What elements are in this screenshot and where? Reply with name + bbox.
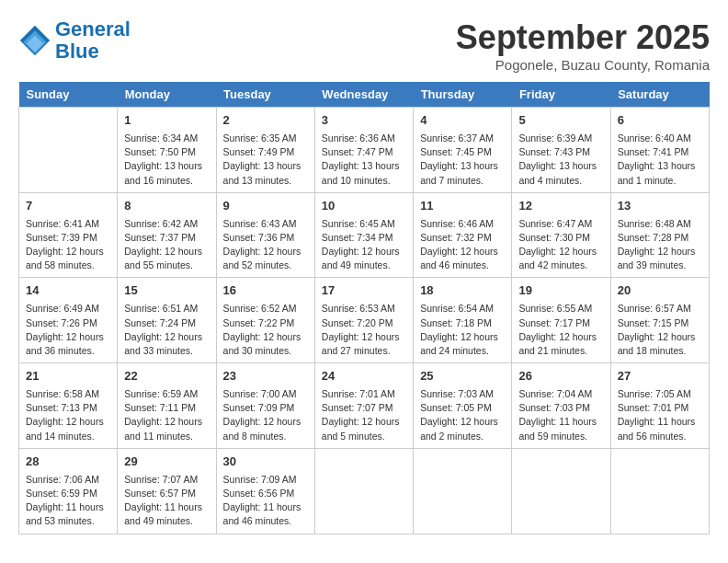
day-cell: 9Sunrise: 6:43 AM Sunset: 7:36 PM Daylig… (216, 192, 314, 278)
day-number: 29 (124, 454, 209, 471)
day-info: Sunrise: 6:59 AM Sunset: 7:11 PM Dayligh… (124, 387, 209, 443)
day-number: 6 (618, 112, 702, 130)
day-info: Sunrise: 7:07 AM Sunset: 6:57 PM Dayligh… (124, 473, 209, 529)
day-number: 20 (618, 282, 702, 300)
day-number: 18 (420, 282, 505, 300)
day-info: Sunrise: 6:42 AM Sunset: 7:37 PM Dayligh… (124, 217, 209, 273)
day-info: Sunrise: 6:57 AM Sunset: 7:15 PM Dayligh… (618, 302, 702, 358)
day-info: Sunrise: 6:41 AM Sunset: 7:39 PM Dayligh… (26, 217, 110, 273)
day-cell: 3Sunrise: 6:36 AM Sunset: 7:47 PM Daylig… (314, 108, 413, 193)
day-info: Sunrise: 6:49 AM Sunset: 7:26 PM Dayligh… (26, 302, 110, 358)
day-info: Sunrise: 7:06 AM Sunset: 6:59 PM Dayligh… (26, 473, 110, 529)
title-block: September 2025 Pogonele, Buzau County, R… (456, 18, 710, 73)
day-cell: 22Sunrise: 6:59 AM Sunset: 7:11 PM Dayli… (118, 363, 216, 449)
day-cell: 21Sunrise: 6:58 AM Sunset: 7:13 PM Dayli… (19, 363, 118, 449)
day-cell: 30Sunrise: 7:09 AM Sunset: 6:56 PM Dayli… (216, 448, 314, 534)
day-number: 7 (26, 198, 110, 215)
day-number: 8 (124, 198, 209, 215)
day-info: Sunrise: 7:04 AM Sunset: 7:03 PM Dayligh… (518, 387, 603, 443)
day-info: Sunrise: 6:43 AM Sunset: 7:36 PM Dayligh… (223, 217, 308, 273)
day-cell: 16Sunrise: 6:52 AM Sunset: 7:22 PM Dayli… (216, 278, 314, 363)
day-number: 3 (322, 112, 406, 130)
day-cell: 24Sunrise: 7:01 AM Sunset: 7:07 PM Dayli… (314, 363, 413, 449)
day-cell: 2Sunrise: 6:35 AM Sunset: 7:49 PM Daylig… (216, 108, 314, 193)
logo-line2: Blue (55, 40, 99, 63)
day-info: Sunrise: 6:55 AM Sunset: 7:17 PM Dayligh… (518, 302, 603, 358)
header-day-wednesday: Wednesday (314, 82, 413, 108)
header-day-sunday: Sunday (19, 82, 118, 108)
day-number: 19 (518, 282, 603, 300)
day-number: 9 (223, 198, 308, 215)
day-number: 12 (518, 198, 603, 215)
day-cell: 5Sunrise: 6:39 AM Sunset: 7:43 PM Daylig… (512, 108, 610, 193)
day-number: 24 (322, 368, 406, 385)
day-info: Sunrise: 6:34 AM Sunset: 7:50 PM Dayligh… (124, 132, 209, 188)
header-day-saturday: Saturday (610, 82, 709, 108)
day-cell: 11Sunrise: 6:46 AM Sunset: 7:32 PM Dayli… (414, 192, 512, 278)
day-cell: 15Sunrise: 6:51 AM Sunset: 7:24 PM Dayli… (118, 278, 216, 363)
day-number: 25 (420, 368, 505, 385)
header-day-tuesday: Tuesday (216, 82, 314, 108)
day-number: 2 (223, 112, 308, 130)
logo-line1: General (55, 17, 131, 40)
day-number: 16 (223, 282, 308, 300)
day-number: 23 (223, 368, 308, 385)
day-number: 13 (618, 198, 702, 215)
day-info: Sunrise: 7:09 AM Sunset: 6:56 PM Dayligh… (223, 473, 308, 529)
day-number: 30 (223, 454, 308, 471)
day-info: Sunrise: 6:35 AM Sunset: 7:49 PM Dayligh… (223, 132, 308, 188)
logo-icon (18, 24, 51, 57)
day-cell: 8Sunrise: 6:42 AM Sunset: 7:37 PM Daylig… (118, 192, 216, 278)
day-cell (314, 448, 413, 534)
day-cell: 29Sunrise: 7:07 AM Sunset: 6:57 PM Dayli… (118, 448, 216, 534)
day-info: Sunrise: 7:05 AM Sunset: 7:01 PM Dayligh… (618, 387, 702, 443)
day-cell: 26Sunrise: 7:04 AM Sunset: 7:03 PM Dayli… (512, 363, 610, 449)
day-cell: 6Sunrise: 6:40 AM Sunset: 7:41 PM Daylig… (610, 108, 709, 193)
day-info: Sunrise: 7:01 AM Sunset: 7:07 PM Dayligh… (322, 387, 406, 443)
day-info: Sunrise: 7:00 AM Sunset: 7:09 PM Dayligh… (223, 387, 308, 443)
logo-text: General Blue (55, 18, 131, 63)
header-row: SundayMondayTuesdayWednesdayThursdayFrid… (19, 82, 710, 108)
week-row-4: 28Sunrise: 7:06 AM Sunset: 6:59 PM Dayli… (19, 448, 710, 534)
location: Pogonele, Buzau County, Romania (456, 57, 710, 73)
page-header: General Blue September 2025 Pogonele, Bu… (18, 18, 710, 73)
day-number: 5 (518, 112, 603, 130)
header-day-friday: Friday (512, 82, 610, 108)
day-info: Sunrise: 6:51 AM Sunset: 7:24 PM Dayligh… (124, 302, 209, 358)
day-info: Sunrise: 6:46 AM Sunset: 7:32 PM Dayligh… (420, 217, 505, 273)
day-cell: 20Sunrise: 6:57 AM Sunset: 7:15 PM Dayli… (610, 278, 709, 363)
calendar-table: SundayMondayTuesdayWednesdayThursdayFrid… (18, 82, 710, 534)
day-cell: 14Sunrise: 6:49 AM Sunset: 7:26 PM Dayli… (19, 278, 118, 363)
day-cell: 7Sunrise: 6:41 AM Sunset: 7:39 PM Daylig… (19, 192, 118, 278)
day-cell: 4Sunrise: 6:37 AM Sunset: 7:45 PM Daylig… (414, 108, 512, 193)
day-cell: 27Sunrise: 7:05 AM Sunset: 7:01 PM Dayli… (610, 363, 709, 449)
day-cell: 18Sunrise: 6:54 AM Sunset: 7:18 PM Dayli… (414, 278, 512, 363)
day-info: Sunrise: 6:48 AM Sunset: 7:28 PM Dayligh… (618, 217, 702, 273)
day-cell: 13Sunrise: 6:48 AM Sunset: 7:28 PM Dayli… (610, 192, 709, 278)
logo: General Blue (18, 18, 131, 63)
day-cell: 10Sunrise: 6:45 AM Sunset: 7:34 PM Dayli… (314, 192, 413, 278)
day-number: 10 (322, 198, 406, 215)
calendar-header: SundayMondayTuesdayWednesdayThursdayFrid… (19, 82, 710, 108)
day-number: 14 (26, 282, 110, 300)
header-day-monday: Monday (118, 82, 216, 108)
week-row-0: 1Sunrise: 6:34 AM Sunset: 7:50 PM Daylig… (19, 108, 710, 193)
day-info: Sunrise: 6:45 AM Sunset: 7:34 PM Dayligh… (322, 217, 406, 273)
day-cell (19, 108, 118, 193)
week-row-1: 7Sunrise: 6:41 AM Sunset: 7:39 PM Daylig… (19, 192, 710, 278)
day-info: Sunrise: 6:40 AM Sunset: 7:41 PM Dayligh… (618, 132, 702, 188)
day-info: Sunrise: 6:47 AM Sunset: 7:30 PM Dayligh… (518, 217, 603, 273)
calendar-body: 1Sunrise: 6:34 AM Sunset: 7:50 PM Daylig… (19, 108, 710, 534)
day-number: 11 (420, 198, 505, 215)
day-number: 17 (322, 282, 406, 300)
day-number: 15 (124, 282, 209, 300)
day-info: Sunrise: 6:36 AM Sunset: 7:47 PM Dayligh… (322, 132, 406, 188)
header-day-thursday: Thursday (414, 82, 512, 108)
day-cell: 17Sunrise: 6:53 AM Sunset: 7:20 PM Dayli… (314, 278, 413, 363)
day-info: Sunrise: 7:03 AM Sunset: 7:05 PM Dayligh… (420, 387, 505, 443)
day-info: Sunrise: 6:54 AM Sunset: 7:18 PM Dayligh… (420, 302, 505, 358)
day-info: Sunrise: 6:37 AM Sunset: 7:45 PM Dayligh… (420, 132, 505, 188)
day-number: 22 (124, 368, 209, 385)
day-cell: 19Sunrise: 6:55 AM Sunset: 7:17 PM Dayli… (512, 278, 610, 363)
day-cell: 25Sunrise: 7:03 AM Sunset: 7:05 PM Dayli… (414, 363, 512, 449)
